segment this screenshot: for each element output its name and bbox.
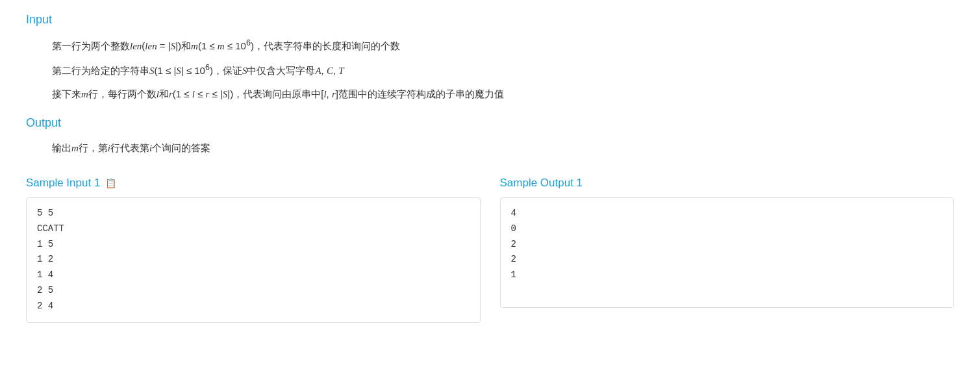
sample-output-title-text: Sample Output 1 (500, 177, 583, 190)
input-line-2: 第二行为给定的字符串S(1 ≤ |S| ≤ 106)，保证S中仅含大写字母A, … (52, 60, 954, 80)
copy-icon[interactable]: 📋 (105, 178, 116, 188)
samples-row: Sample Input 1 📋 5 5 CCATT 1 5 1 2 1 4 2… (26, 177, 954, 323)
sample-input-box: 5 5 CCATT 1 5 1 2 1 4 2 5 2 4 (26, 197, 481, 323)
sample-output-block: Sample Output 1 4 0 2 2 1 (500, 177, 955, 323)
input-content: 第一行为两个整数len(len = |S|)和m(1 ≤ m ≤ 106)，代表… (52, 36, 954, 103)
input-title: Input (26, 13, 954, 27)
output-line-1: 输出m行，第i行代表第i个询问的答案 (52, 139, 954, 157)
sample-input-block: Sample Input 1 📋 5 5 CCATT 1 5 1 2 1 4 2… (26, 177, 481, 323)
sample-output-title: Sample Output 1 (500, 177, 955, 190)
output-content: 输出m行，第i行代表第i个询问的答案 (52, 139, 954, 157)
input-line-3: 接下来m行，每行两个数l和r(1 ≤ l ≤ r ≤ |S|)，代表询问由原串中… (52, 85, 954, 103)
sample-output-box: 4 0 2 2 1 (500, 197, 955, 308)
sample-input-title: Sample Input 1 📋 (26, 177, 481, 190)
input-line-1: 第一行为两个整数len(len = |S|)和m(1 ≤ m ≤ 106)，代表… (52, 36, 954, 55)
sample-input-title-text: Sample Input 1 (26, 177, 100, 190)
input-section: Input 第一行为两个整数len(len = |S|)和m(1 ≤ m ≤ 1… (26, 13, 954, 103)
output-section: Output 输出m行，第i行代表第i个询问的答案 (26, 116, 954, 157)
output-title: Output (26, 116, 954, 130)
